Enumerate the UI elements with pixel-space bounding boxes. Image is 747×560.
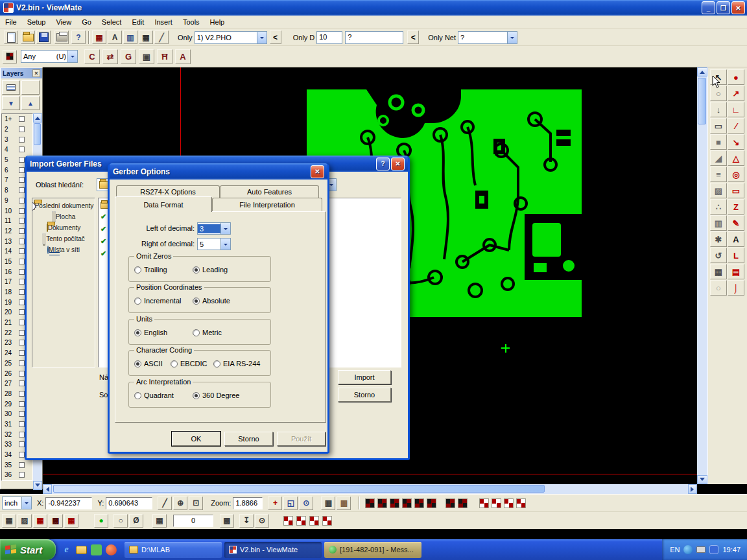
- folder-shortcut-icon[interactable]: [76, 546, 87, 554]
- ime-tray-icon[interactable]: [709, 545, 718, 554]
- layer-visibility-checkbox[interactable]: [19, 126, 25, 132]
- dcode-pattern-3-icon[interactable]: [390, 498, 399, 508]
- dcode-b-icon[interactable]: [296, 516, 306, 526]
- chevron-down-icon[interactable]: [507, 32, 517, 43]
- pad-tool-icon[interactable]: ▭: [728, 183, 744, 198]
- layer-row[interactable]: 35: [2, 460, 32, 470]
- dcode-pattern-11-icon[interactable]: [504, 498, 514, 508]
- close-button[interactable]: ✕: [391, 158, 405, 170]
- cancel-button[interactable]: Storno: [338, 388, 391, 402]
- layer-visibility-checkbox[interactable]: [19, 421, 25, 427]
- scroll-left-icon[interactable]: [43, 484, 52, 494]
- save-file-button[interactable]: [36, 30, 51, 44]
- chevron-down-icon[interactable]: [257, 32, 267, 43]
- place-network[interactable]: Místa v síti: [32, 242, 95, 253]
- radio-metric[interactable]: Metric: [193, 329, 222, 336]
- layer-visibility-checkbox[interactable]: [19, 320, 25, 325]
- dcode-pattern-10-icon[interactable]: [492, 498, 501, 508]
- layer-visibility-checkbox[interactable]: [19, 350, 25, 356]
- left-of-decimal-combo[interactable]: 3: [197, 222, 231, 235]
- angle-tool-icon[interactable]: ∟: [728, 102, 744, 117]
- hatch-tool-icon[interactable]: ▨: [710, 183, 727, 198]
- right-of-decimal-combo[interactable]: 5: [197, 238, 231, 250]
- rotation-value[interactable]: 0: [173, 515, 213, 527]
- taskbar-button-messenger[interactable]: [191-482-091] - Mess...: [324, 542, 421, 558]
- only-layer-label[interactable]: Only: [178, 34, 193, 41]
- lines-tool-icon[interactable]: ≡: [710, 167, 727, 182]
- previous-layer-button[interactable]: <: [270, 30, 281, 44]
- layer-visibility-checkbox[interactable]: [19, 157, 25, 163]
- diameter-aperture-icon[interactable]: Ø: [129, 514, 143, 528]
- net-filter-combo[interactable]: ?: [458, 31, 517, 44]
- menu-item[interactable]: Help: [205, 17, 230, 27]
- scroll-up-icon[interactable]: [697, 67, 707, 76]
- scrollbar-thumb[interactable]: [34, 123, 41, 145]
- canvas-vertical-scrollbar[interactable]: [697, 67, 707, 484]
- previous-dcode-button[interactable]: <: [407, 30, 419, 44]
- layer-row[interactable]: 4: [2, 145, 32, 155]
- print-button[interactable]: [54, 30, 69, 44]
- dcode-pattern-9-icon[interactable]: [479, 498, 489, 508]
- layer-visibility-checkbox[interactable]: [19, 198, 25, 204]
- gerber-options-titlebar[interactable]: Gerber Options ✕: [110, 163, 327, 180]
- only-dcode-label[interactable]: Only D: [293, 34, 315, 41]
- language-indicator[interactable]: EN: [670, 546, 680, 554]
- dcode-pattern-2-icon[interactable]: [377, 498, 387, 508]
- layer-visibility-checkbox[interactable]: [19, 218, 25, 224]
- slope-icon[interactable]: ╱: [154, 30, 169, 44]
- layer-visibility-checkbox[interactable]: [19, 248, 25, 254]
- open-file-button[interactable]: [21, 30, 35, 44]
- dcode-pattern-1-icon[interactable]: [365, 498, 375, 508]
- any-filter-combo[interactable]: Any (U): [21, 50, 78, 63]
- radio-ascii[interactable]: ASCII: [134, 360, 163, 368]
- layer-visibility-checkbox[interactable]: [19, 340, 25, 345]
- dcode-pattern-4-icon[interactable]: [402, 498, 412, 508]
- chevron-down-icon[interactable]: [67, 51, 77, 62]
- ruler-icon[interactable]: ▥: [123, 30, 137, 44]
- star-tool-icon[interactable]: ✱: [710, 231, 727, 247]
- grid-display-icon[interactable]: ▦: [2, 514, 16, 528]
- chevron-down-icon[interactable]: [220, 239, 230, 250]
- place-my-computer[interactable]: Tento počítač: [32, 231, 95, 242]
- zoom-window-icon[interactable]: ◱: [283, 496, 298, 510]
- scrollbar-thumb[interactable]: [698, 78, 706, 124]
- chevron-down-icon[interactable]: [21, 497, 31, 509]
- measure-line-icon[interactable]: ╱: [158, 496, 172, 510]
- layers-panel-titlebar[interactable]: Layers ×: [1, 68, 42, 78]
- probe-icon[interactable]: ⊙: [255, 514, 269, 528]
- zoom-fit-icon[interactable]: ⊙: [299, 496, 313, 510]
- goto-tool-icon[interactable]: G: [121, 49, 136, 64]
- zigzag-tool-icon[interactable]: Z: [728, 199, 744, 215]
- layer-visibility-checkbox[interactable]: [19, 116, 25, 122]
- dcode-pattern-7-icon[interactable]: [445, 498, 455, 508]
- radio-leading[interactable]: Leading: [193, 266, 228, 274]
- layer-visibility-checkbox[interactable]: [19, 299, 25, 305]
- layer-visibility-checkbox[interactable]: [19, 167, 25, 173]
- chevron-down-icon[interactable]: [220, 223, 230, 234]
- dcode-d-icon[interactable]: [322, 516, 332, 526]
- dcode-table-icon[interactable]: ▦: [321, 496, 335, 510]
- dcode-pattern-6-icon[interactable]: [427, 498, 436, 508]
- radio-eia-rs244[interactable]: EIA RS-244: [213, 360, 260, 368]
- unit-combo[interactable]: inch: [2, 496, 32, 509]
- layer-select-combo[interactable]: 1) V2.PHO: [195, 31, 267, 44]
- zoom-in-icon[interactable]: +: [268, 496, 282, 510]
- only-net-label[interactable]: Only Net: [428, 34, 456, 41]
- tab[interactable]: Data Format: [115, 196, 212, 212]
- ring-tool-icon[interactable]: ○: [710, 280, 727, 296]
- pattern-tool-icon[interactable]: ▥: [710, 215, 727, 231]
- layer-visibility-checkbox[interactable]: [19, 269, 25, 275]
- layer-visibility-checkbox[interactable]: [19, 330, 25, 336]
- rotate-tool-icon[interactable]: ↺: [710, 248, 727, 263]
- radio-360-degree[interactable]: 360 Degree: [193, 391, 240, 399]
- aperture-table-icon[interactable]: ▦: [152, 514, 167, 528]
- cancel-button[interactable]: Storno: [224, 432, 273, 446]
- center-view-tool-icon[interactable]: C: [84, 49, 100, 64]
- canvas-horizontal-scrollbar[interactable]: [43, 484, 697, 494]
- dcode-c-icon[interactable]: [309, 516, 319, 526]
- layer-visibility-checkbox[interactable]: [19, 146, 25, 152]
- rect-tool-icon[interactable]: ▭: [710, 118, 727, 134]
- dcode-pattern-8-icon[interactable]: [458, 498, 468, 508]
- move-layer-up-button[interactable]: ▲: [21, 96, 40, 110]
- layer-visibility-checkbox[interactable]: [19, 239, 25, 244]
